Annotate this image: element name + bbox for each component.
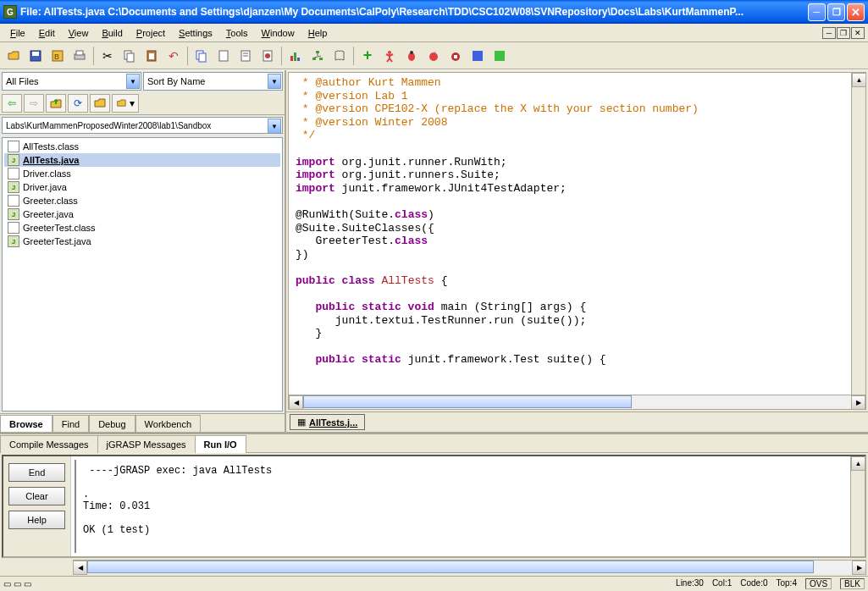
horizontal-scrollbar[interactable]: ◀ ▶ — [289, 395, 865, 409]
menu-tools[interactable]: Tools — [219, 26, 255, 40]
path-text: Labs\KurtMammenProposedWinter2008\lab1\S… — [6, 121, 279, 130]
scroll-right-button[interactable]: ▶ — [851, 395, 865, 410]
file3-icon[interactable] — [257, 46, 278, 66]
mdi-close-button[interactable]: ✕ — [851, 27, 865, 39]
code-editor[interactable]: * @author Kurt Mammen * @version Lab 1 *… — [289, 73, 851, 395]
sort-combo[interactable]: Sort By Name▼ — [143, 72, 283, 91]
menu-build[interactable]: Build — [95, 26, 129, 40]
left-tabs: BrowseFindDebugWorkbench — [0, 413, 285, 432]
tree-icon[interactable] — [307, 46, 328, 66]
square-green-icon[interactable] — [489, 46, 510, 66]
java-file-icon: J — [8, 208, 19, 220]
menu-file[interactable]: File — [3, 26, 32, 40]
file-name-label: AllTests.java — [23, 155, 79, 165]
maximize-button[interactable]: ❐ — [827, 3, 845, 21]
chevron-down-icon[interactable]: ▼ — [268, 74, 281, 89]
console-vscroll[interactable]: ▲ — [850, 456, 865, 556]
svg-rect-5 — [76, 51, 83, 55]
console-output[interactable]: ----jGRASP exec: java AllTests . Time: 0… — [75, 460, 850, 553]
paste-icon[interactable] — [141, 46, 162, 66]
tree-item[interactable]: JGreeter.java — [4, 207, 280, 221]
file2-icon[interactable] — [235, 46, 256, 66]
svg-rect-9 — [149, 53, 154, 59]
print-icon[interactable] — [69, 46, 90, 66]
scroll-right-button[interactable]: ▶ — [852, 561, 866, 575]
square-blue-icon[interactable] — [467, 46, 488, 66]
clear-button[interactable]: Clear — [8, 487, 65, 505]
console-tab-jgrasp-messages[interactable]: jGRASP Messages — [97, 435, 196, 453]
open-folder-button[interactable]: ▾ — [112, 94, 139, 113]
scroll-thumb[interactable] — [87, 561, 814, 573]
console-hscroll[interactable]: ◀ ▶ — [73, 560, 866, 574]
statusbar: ▭ ▭ ▭ Line:30 Col:1 Code:0 Top:4 OVS BLK — [0, 576, 868, 591]
file-filter-label: All Files — [6, 76, 39, 86]
plus-icon[interactable]: + — [357, 46, 378, 66]
folder-button[interactable] — [90, 94, 110, 113]
file-filter-combo[interactable]: All Files▼ — [2, 72, 141, 91]
file-tree[interactable]: AllTests.classJAllTests.javaDriver.class… — [2, 137, 283, 411]
tab-find[interactable]: Find — [53, 415, 89, 432]
status-col: Col:1 — [712, 578, 732, 589]
up-button[interactable] — [46, 94, 66, 113]
titlebar: G File: AllTests.java C:\Documents and S… — [0, 0, 868, 24]
scroll-left-button[interactable]: ◀ — [289, 395, 303, 410]
editor-tab[interactable]: ▦ AllTests.j... — [290, 414, 365, 430]
chevron-down-icon[interactable]: ▼ — [126, 74, 140, 89]
mdi-minimize-button[interactable]: ─ — [822, 27, 836, 39]
chart-icon[interactable] — [285, 46, 306, 66]
console-tab-run-i-o[interactable]: Run I/O — [195, 435, 246, 453]
vertical-scrollbar[interactable]: ▲ — [851, 73, 865, 395]
menu-edit[interactable]: Edit — [32, 26, 62, 40]
bug-icon[interactable] — [401, 46, 422, 66]
tab-browse[interactable]: Browse — [0, 415, 53, 432]
copy-icon[interactable] — [119, 46, 140, 66]
tree-item[interactable]: JAllTests.java — [4, 153, 280, 167]
tree-item[interactable]: Greeter.class — [4, 194, 280, 207]
chevron-down-icon[interactable]: ▼ — [268, 119, 281, 134]
end-button[interactable]: End — [8, 463, 65, 482]
help-button[interactable]: Help — [8, 511, 65, 529]
new-file-icon[interactable] — [213, 46, 234, 66]
scroll-up-button[interactable]: ▲ — [851, 456, 865, 471]
scroll-up-button[interactable]: ▲ — [852, 73, 865, 87]
path-combo[interactable]: Labs\KurtMammenProposedWinter2008\lab1\S… — [2, 117, 283, 134]
console-tab-compile-messages[interactable]: Compile Messages — [0, 435, 98, 453]
save-icon[interactable] — [25, 46, 46, 66]
svg-line-25 — [314, 56, 321, 58]
close-button[interactable]: ✕ — [847, 3, 865, 21]
tree-item[interactable]: GreeterTest.class — [4, 221, 280, 235]
save-all-icon[interactable]: B — [47, 46, 68, 66]
refresh-button[interactable]: ⟳ — [68, 94, 88, 113]
menu-help[interactable]: Help — [301, 26, 334, 40]
dup-icon[interactable] — [191, 46, 212, 66]
tree-item[interactable]: JDriver.java — [4, 180, 280, 194]
tree-item[interactable]: AllTests.class — [4, 140, 280, 153]
undo-icon[interactable]: ↶ — [163, 46, 184, 66]
tree-item[interactable]: JGreeterTest.java — [4, 235, 280, 248]
svg-point-33 — [410, 51, 413, 54]
scroll-left-button[interactable]: ◀ — [73, 561, 87, 575]
apple-icon[interactable] — [423, 46, 444, 66]
menu-view[interactable]: View — [62, 26, 96, 40]
cut-icon[interactable]: ✂ — [97, 46, 118, 66]
open-icon[interactable] — [3, 46, 24, 66]
tab-debug[interactable]: Debug — [89, 415, 135, 432]
apple2-icon[interactable] — [445, 46, 466, 66]
menu-settings[interactable]: Settings — [172, 26, 219, 40]
mdi-restore-button[interactable]: ❐ — [837, 27, 850, 39]
menu-project[interactable]: Project — [130, 26, 172, 40]
back-button[interactable]: ⇦ — [2, 94, 22, 113]
svg-rect-38 — [495, 51, 505, 61]
forward-button[interactable]: ⇨ — [24, 94, 44, 113]
menu-window[interactable]: Window — [255, 26, 301, 40]
tab-workbench[interactable]: Workbench — [135, 415, 201, 432]
editor-tab-label: AllTests.j... — [309, 417, 357, 428]
status-ovs: OVS — [805, 578, 832, 589]
svg-rect-23 — [319, 58, 323, 60]
minimize-button[interactable]: ─ — [808, 3, 826, 21]
run-icon[interactable] — [379, 46, 400, 66]
editor-panel: * @author Kurt Mammen * @version Lab 1 *… — [286, 70, 868, 432]
scroll-thumb[interactable] — [303, 395, 632, 408]
book-icon[interactable] — [329, 46, 350, 66]
tree-item[interactable]: Driver.class — [4, 167, 280, 180]
